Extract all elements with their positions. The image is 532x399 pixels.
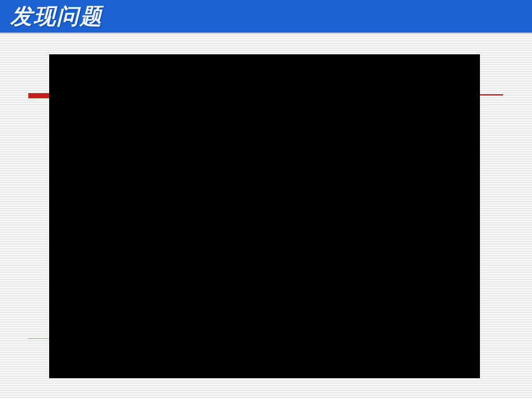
accent-line-right: [480, 94, 503, 95]
title-underline: [0, 32, 532, 34]
media-placeholder: [49, 54, 480, 378]
slide-container: 发现问题: [0, 0, 532, 399]
title-bar: 发现问题: [0, 0, 532, 32]
slide-title: 发现问题: [10, 2, 103, 31]
